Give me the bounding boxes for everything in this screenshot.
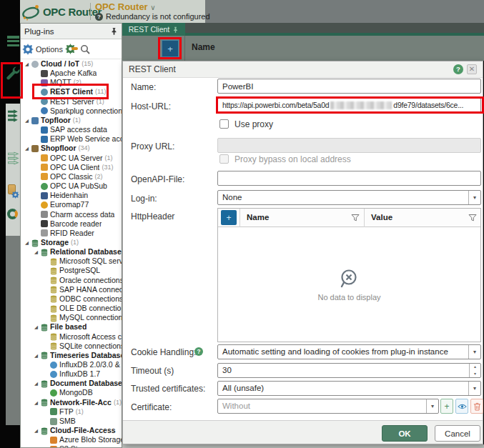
tree-expander-icon[interactable]: ◢ bbox=[25, 116, 31, 125]
tree-expander-icon[interactable]: ◢ bbox=[34, 426, 41, 435]
add-header-button[interactable]: + bbox=[221, 210, 237, 225]
help-icon[interactable]: ? bbox=[95, 13, 103, 21]
name-input[interactable] bbox=[217, 79, 481, 94]
tree-item[interactable]: SMB bbox=[21, 417, 122, 426]
tree-item[interactable]: FTP(1) bbox=[21, 407, 122, 417]
tree-item[interactable]: InfluxDB 2.0/3.0 & C bbox=[21, 360, 122, 369]
openapi-input[interactable] bbox=[217, 171, 481, 186]
tree-item[interactable]: SAP access data bbox=[21, 125, 122, 134]
name-label: Name: bbox=[131, 82, 156, 92]
tree-expander-icon[interactable]: ◢ bbox=[34, 351, 41, 360]
header-col-value[interactable]: Value bbox=[371, 213, 392, 221]
tree-item[interactable]: ODBC connections bbox=[21, 294, 122, 304]
tree-item[interactable]: MongoDB bbox=[21, 388, 122, 397]
spinner-control[interactable]: ▴▾ bbox=[469, 364, 480, 377]
tree-item[interactable]: OLE DB connections bbox=[21, 304, 122, 313]
tree-item[interactable]: Charm access data bbox=[21, 210, 122, 219]
filter-icon[interactable] bbox=[351, 214, 360, 222]
tree-item[interactable]: ◢Network-File-Access(1) bbox=[21, 398, 122, 407]
tree-item[interactable]: Heidenhain bbox=[21, 191, 122, 200]
trusted-certs-dropdown[interactable]: All (unsafe) ▾ bbox=[217, 381, 481, 396]
tree-item[interactable]: ◢Cloud / IoT(15) bbox=[21, 59, 122, 69]
tree-item[interactable]: OPC UA PubSub bbox=[21, 181, 122, 191]
chevron-down-icon[interactable]: ▾ bbox=[468, 345, 480, 359]
tree-item[interactable]: ◢Topfloor(1) bbox=[21, 116, 122, 125]
tree-item-count: (2) bbox=[74, 78, 82, 87]
ok-button[interactable]: OK bbox=[382, 425, 428, 442]
tree-item[interactable]: Oracle connections bbox=[21, 276, 122, 285]
host-url-input[interactable]: https://api.powerbi.com/beta/5a0d d9fe79… bbox=[217, 98, 481, 113]
dialog-help-icon[interactable] bbox=[453, 64, 463, 74]
rest-server-icon bbox=[41, 98, 48, 105]
search-icon[interactable] bbox=[80, 44, 90, 54]
pin-icon[interactable] bbox=[172, 26, 179, 33]
add-connection-button[interactable]: + bbox=[162, 40, 179, 57]
certificate-view-button[interactable] bbox=[455, 399, 468, 414]
tree-item[interactable]: MySQL connections bbox=[21, 313, 122, 322]
tree-expander-icon[interactable]: ◢ bbox=[34, 379, 41, 388]
tree-item[interactable]: S3 Storage bbox=[21, 444, 122, 447]
certificate-add-button[interactable]: + bbox=[440, 399, 453, 414]
router-logo-icon[interactable] bbox=[7, 209, 18, 219]
chevron-down-icon[interactable]: ▾ bbox=[468, 191, 480, 204]
timeout-input[interactable]: 30 ▴▾ bbox=[217, 363, 481, 378]
options-gear-icon[interactable] bbox=[22, 44, 34, 55]
plugins-options-row: Options bbox=[21, 39, 122, 59]
tree-expander-icon[interactable]: ◢ bbox=[34, 322, 41, 332]
pin-icon[interactable] bbox=[110, 27, 118, 35]
tree-item[interactable]: Microsoft Access con bbox=[21, 332, 122, 342]
window-title[interactable]: OPC Router ∨ bbox=[95, 1, 156, 12]
tree-item[interactable]: SQLite connections bbox=[21, 342, 122, 351]
chevron-down-icon[interactable]: ▾ bbox=[426, 399, 438, 413]
tree-item[interactable]: OPC UA Server(1) bbox=[21, 154, 122, 163]
tree-item[interactable]: OPC UA Client(31) bbox=[21, 163, 122, 172]
tree-item[interactable]: ◢Shopfloor(34) bbox=[21, 144, 122, 153]
tree-item[interactable]: ◢Cloud-File-Access bbox=[21, 426, 122, 435]
tree-item[interactable]: RFID Reader bbox=[21, 229, 122, 238]
transfer-objects-icon[interactable] bbox=[6, 151, 20, 165]
use-proxy-checkbox[interactable] bbox=[219, 119, 229, 129]
cookie-handling-dropdown[interactable]: Automatic setting and loading of cookies… bbox=[217, 344, 481, 359]
tab-rest-client[interactable]: REST Client bbox=[122, 23, 185, 36]
tree-expander-icon[interactable]: ◢ bbox=[25, 144, 31, 153]
tree-item[interactable]: OPC Classic(2) bbox=[21, 172, 122, 181]
cancel-button[interactable]: Cancel bbox=[435, 425, 480, 442]
chevron-down-icon[interactable]: ▾ bbox=[468, 382, 480, 395]
tree-item[interactable]: REST Server(1) bbox=[21, 97, 122, 106]
tree-item[interactable]: ◢Relational Databases bbox=[21, 247, 122, 257]
tree-item[interactable]: Barcode reader bbox=[21, 219, 122, 229]
tree-item[interactable]: Euromap77 bbox=[21, 200, 122, 209]
tree-item[interactable]: Apache Kafka bbox=[21, 69, 122, 78]
certificate-dropdown[interactable]: Without ▾ bbox=[217, 399, 439, 414]
plugins-wrench-icon[interactable] bbox=[6, 66, 20, 80]
menu-icon[interactable] bbox=[6, 34, 20, 48]
tree-item[interactable]: InfluxDB 1.7 bbox=[21, 369, 122, 379]
tree-item[interactable]: ◢Document Databases bbox=[21, 379, 122, 388]
cookie-help-icon[interactable] bbox=[194, 347, 203, 356]
tree-item[interactable]: Microsoft SQL server bbox=[21, 257, 122, 266]
tree-item[interactable]: PostgreSQL bbox=[21, 266, 122, 275]
tree-expander-icon[interactable]: ◢ bbox=[25, 59, 31, 69]
tree-item[interactable]: ERP Web Service acces bbox=[21, 134, 122, 144]
tree-item[interactable]: ◢Storage(1) bbox=[21, 238, 122, 247]
connections-icon[interactable] bbox=[6, 109, 20, 122]
tree-item[interactable]: MQTT(2) bbox=[21, 78, 122, 87]
tree-item[interactable]: ◢File based bbox=[21, 322, 122, 332]
options-label[interactable]: Options bbox=[36, 45, 63, 54]
tree-item[interactable]: Azure Blob Storage bbox=[21, 435, 122, 444]
header-col-name[interactable]: Name bbox=[247, 213, 269, 221]
certificate-delete-button[interactable] bbox=[470, 399, 483, 414]
tree-item[interactable]: SAP HANA connectio bbox=[21, 285, 122, 294]
tree-item[interactable]: ◢Timeseries Databases bbox=[21, 351, 122, 360]
filter-icon[interactable] bbox=[468, 214, 477, 222]
tree-expander-icon[interactable]: ◢ bbox=[34, 398, 41, 407]
license-gear-icon[interactable] bbox=[65, 44, 78, 55]
tree-item[interactable]: Sparkplug connections bbox=[21, 106, 122, 116]
close-icon[interactable]: ✕ bbox=[467, 64, 477, 74]
tree-expander-icon[interactable]: ◢ bbox=[34, 247, 41, 257]
column-header-name[interactable]: Name bbox=[192, 42, 215, 52]
tree-expander-icon[interactable]: ◢ bbox=[25, 238, 31, 247]
store-forward-icon[interactable] bbox=[7, 184, 19, 199]
login-dropdown[interactable]: None ▾ bbox=[217, 190, 481, 205]
tree-item[interactable]: REST Client(11) bbox=[21, 87, 122, 96]
